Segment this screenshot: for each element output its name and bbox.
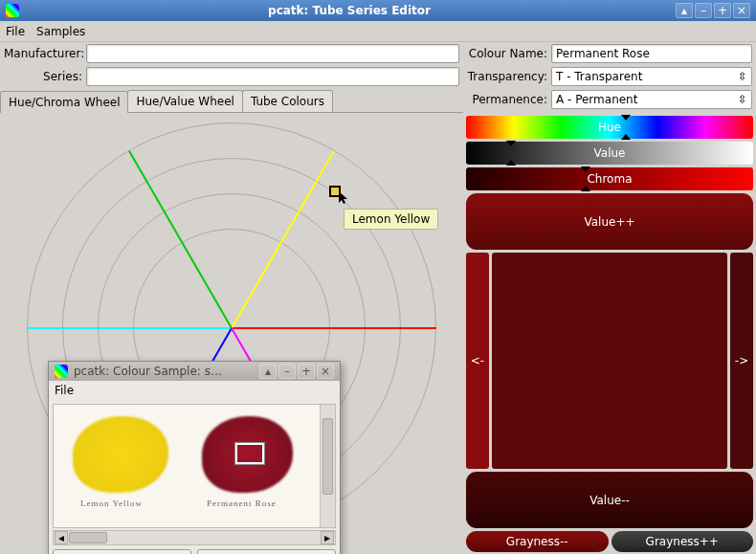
menu-file[interactable]: File bbox=[6, 25, 25, 38]
tab-tube-colours[interactable]: Tube Colours bbox=[242, 90, 333, 112]
series-input[interactable] bbox=[86, 67, 459, 86]
tab-hue-chroma[interactable]: Hue/Chroma Wheel bbox=[0, 91, 128, 113]
window-titlebar: pcatk: Tube Series Editor ▴ – + × bbox=[0, 0, 756, 21]
colour-name-label: Colour Name: bbox=[467, 47, 547, 60]
sample-caption-left: Lemon Yellow bbox=[80, 499, 143, 508]
updown-icon: ⇳ bbox=[738, 70, 747, 83]
tab-hue-value[interactable]: Hue/Value Wheel bbox=[127, 90, 242, 112]
sample-menu-file[interactable]: File bbox=[55, 384, 74, 397]
scroll-left-icon[interactable]: ◂ bbox=[55, 531, 68, 544]
spoke-red bbox=[232, 327, 436, 329]
colour-swatch bbox=[492, 253, 727, 469]
grayness-plus-button[interactable]: Grayness++ bbox=[611, 531, 754, 552]
sample-image[interactable]: Lemon Yellow Permanent Rose bbox=[53, 404, 336, 528]
transparency-combo[interactable]: T - Transparent ⇳ bbox=[551, 67, 752, 86]
value-slider[interactable]: Value bbox=[466, 142, 753, 165]
hue-slider[interactable]: Hue bbox=[466, 116, 753, 139]
value-plus-button[interactable]: Value++ bbox=[466, 193, 753, 250]
transparency-value: T - Transparent bbox=[556, 70, 642, 83]
maximize-button[interactable]: + bbox=[298, 364, 315, 379]
scrollbar-thumb[interactable] bbox=[322, 418, 333, 495]
shade-button[interactable]: ▴ bbox=[676, 3, 693, 18]
window-title: pcatk: Tube Series Editor bbox=[25, 4, 674, 17]
grayness-minus-button[interactable]: Grayness-- bbox=[466, 531, 609, 552]
scrollbar-horizontal[interactable]: ◂ ▸ bbox=[53, 530, 336, 545]
sample-window-title: pcatk: Colour Sample: s… bbox=[74, 365, 257, 378]
selection-box[interactable] bbox=[235, 443, 264, 464]
hue-left-button[interactable]: <- bbox=[466, 253, 489, 469]
menubar: File Samples bbox=[0, 21, 756, 42]
cursor-icon bbox=[339, 191, 350, 205]
wheel-tooltip: Lemon Yellow bbox=[344, 209, 438, 230]
minimize-button[interactable]: – bbox=[695, 3, 712, 18]
tabs: Hue/Chroma Wheel Hue/Value Wheel Tube Co… bbox=[0, 90, 463, 113]
value-minus-button[interactable]: Value-- bbox=[466, 472, 753, 528]
colour-name-input[interactable] bbox=[551, 44, 752, 63]
shade-button[interactable]: ▴ bbox=[259, 364, 277, 379]
app-icon bbox=[6, 4, 19, 17]
maximize-button[interactable]: + bbox=[714, 3, 731, 18]
paint-swatch-yellow bbox=[73, 416, 168, 493]
minimize-button[interactable]: – bbox=[278, 364, 296, 379]
scrollbar-thumb[interactable] bbox=[69, 532, 107, 543]
chroma-slider[interactable]: Chroma bbox=[466, 167, 753, 190]
sample-caption-right: Permanent Rose bbox=[207, 499, 277, 508]
manufacturer-label: Manufacturer: bbox=[4, 47, 82, 60]
scroll-right-icon[interactable]: ▸ bbox=[321, 531, 334, 544]
close-button[interactable]: × bbox=[317, 364, 334, 379]
permanence-value: A - Permanent bbox=[556, 93, 637, 106]
spoke-cyan bbox=[27, 327, 232, 329]
hue-chroma-wheel[interactable]: Lemon Yellow pcatk: Colour Sample: s… ▴ … bbox=[0, 113, 463, 554]
manufacturer-input[interactable] bbox=[86, 44, 459, 63]
colour-editor-panel: Hue Value Chroma Value++ <- -> Value-- G… bbox=[463, 113, 756, 554]
colour-sample-window[interactable]: pcatk: Colour Sample: s… ▴ – + × File Le… bbox=[48, 361, 341, 554]
permanence-combo[interactable]: A - Permanent ⇳ bbox=[551, 90, 752, 109]
updown-icon: ⇳ bbox=[738, 93, 747, 106]
app-icon bbox=[55, 365, 68, 378]
hue-right-button[interactable]: -> bbox=[730, 253, 753, 469]
transparency-label: Transparency: bbox=[467, 70, 547, 83]
scrollbar-vertical[interactable] bbox=[320, 405, 335, 527]
zoom-out-button[interactable]: Zoom Out bbox=[197, 549, 336, 554]
sample-menubar: File bbox=[49, 381, 340, 400]
series-label: Series: bbox=[4, 70, 82, 83]
permanence-label: Permanence: bbox=[467, 93, 547, 106]
menu-samples[interactable]: Samples bbox=[36, 25, 85, 38]
close-button[interactable]: × bbox=[733, 3, 750, 18]
zoom-in-button[interactable]: Zoom In bbox=[53, 549, 191, 554]
